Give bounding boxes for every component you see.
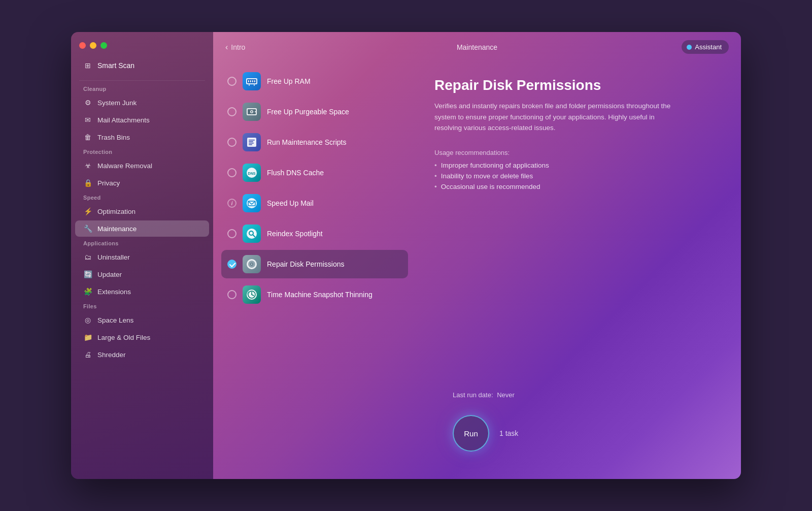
task-item-free-up-ram[interactable]: Free Up RAM [221, 67, 408, 95]
task-radio-repair-disk[interactable] [227, 260, 236, 269]
usage-item-2: Inability to move or delete files [434, 172, 723, 180]
malware-removal-label: Malware Removal [97, 162, 152, 170]
section-label-files: Files [71, 300, 213, 311]
svg-rect-2 [248, 80, 249, 82]
run-button[interactable]: Run [453, 415, 489, 452]
task-radio-speed-up-mail[interactable] [227, 199, 236, 208]
task-count: 1 task [499, 429, 518, 437]
task-item-repair-disk[interactable]: Repair Disk Permissions [221, 250, 408, 278]
sidebar-item-optimization[interactable]: ⚡ Optimization [75, 203, 209, 219]
task-icon-free-up-purgeable [243, 103, 261, 121]
sidebar-item-space-lens[interactable]: ◎ Space Lens [75, 312, 209, 328]
sidebar-item-shredder[interactable]: 🖨 Shredder [75, 346, 209, 363]
back-navigation[interactable]: ‹ Intro [225, 43, 245, 52]
svg-point-11 [251, 111, 253, 113]
task-icon-free-up-ram [243, 72, 261, 90]
optimization-label: Optimization [97, 208, 136, 215]
detail-panel: Repair Disk Permissions Verifies and ins… [416, 62, 741, 479]
detail-description: Verifies and instantly repairs broken fi… [434, 101, 678, 134]
task-item-time-machine[interactable]: Time Machine Snapshot Thinning [221, 280, 408, 309]
usage-label: Usage recommendations: [434, 149, 723, 156]
sidebar-item-trash-bins[interactable]: 🗑 Trash Bins [75, 129, 209, 145]
uninstaller-label: Uninstaller [97, 253, 130, 261]
back-chevron-icon: ‹ [225, 43, 228, 52]
task-name-free-up-purgeable: Free Up Purgeable Space [267, 108, 349, 116]
updater-label: Updater [97, 271, 122, 278]
task-radio-flush-dns[interactable] [227, 168, 236, 177]
usage-item-3: Occasional use is recommended [434, 183, 723, 190]
sidebar: ⊞ Smart Scan Cleanup ⚙ System Junk ✉ Mai… [71, 32, 213, 479]
task-item-reindex-spotlight[interactable]: Reindex Spotlight [221, 219, 408, 248]
task-radio-free-up-purgeable[interactable] [227, 107, 236, 116]
sidebar-item-mail-attachments[interactable]: ✉ Mail Attachments [75, 112, 209, 128]
malware-removal-icon: ☣ [83, 161, 92, 170]
sidebar-item-maintenance[interactable]: 🔧 Maintenance [75, 220, 209, 237]
uninstaller-icon: 🗂 [83, 252, 92, 262]
privacy-icon: 🔒 [83, 178, 92, 187]
assistant-button[interactable]: Assistant [682, 40, 729, 54]
page-title: Maintenance [457, 43, 497, 51]
task-item-maintenance-scripts[interactable]: Run Maintenance Scripts [221, 128, 408, 156]
task-radio-maintenance-scripts[interactable] [227, 138, 236, 147]
svg-rect-3 [250, 80, 251, 82]
smart-scan-label: Smart Scan [97, 61, 134, 70]
mail-attachments-label: Mail Attachments [97, 116, 150, 124]
svg-rect-14 [249, 140, 255, 141]
content-area: Free Up RAM Free Up Purgeabl [213, 62, 741, 479]
sidebar-item-updater[interactable]: 🔄 Updater [75, 266, 209, 282]
assistant-label: Assistant [695, 43, 722, 51]
section-label-applications: Applications [71, 237, 213, 248]
mail-attachments-icon: ✉ [83, 115, 92, 124]
sidebar-item-system-junk[interactable]: ⚙ System Junk [75, 94, 209, 111]
section-label-speed: Speed [71, 191, 213, 203]
maintenance-label: Maintenance [97, 225, 137, 233]
task-icon-speed-up-mail [243, 194, 261, 212]
task-radio-reindex-spotlight[interactable] [227, 229, 236, 238]
task-item-flush-dns[interactable]: DNS Flush DNS Cache [221, 158, 408, 187]
optimization-icon: ⚡ [83, 207, 92, 216]
usage-list: Improper functioning of applications Ina… [434, 162, 723, 190]
svg-text:DNS: DNS [248, 172, 256, 175]
svg-rect-13 [247, 138, 256, 147]
privacy-label: Privacy [97, 179, 120, 187]
last-run-info: Last run date: Never [434, 391, 723, 399]
traffic-lights [71, 42, 213, 57]
assistant-dot-icon [687, 45, 692, 50]
task-name-time-machine: Time Machine Snapshot Thinning [267, 291, 373, 299]
back-label: Intro [231, 43, 245, 51]
last-run-value: Never [497, 391, 515, 399]
detail-title: Repair Disk Permissions [434, 77, 723, 93]
top-bar: ‹ Intro Maintenance Assistant [213, 32, 741, 62]
sidebar-item-malware-removal[interactable]: ☣ Malware Removal [75, 157, 209, 174]
minimize-button[interactable] [90, 42, 96, 49]
svg-rect-17 [249, 144, 252, 145]
svg-rect-6 [249, 84, 250, 86]
maintenance-icon: 🔧 [83, 224, 92, 233]
task-radio-free-up-ram[interactable] [227, 77, 236, 86]
svg-rect-7 [254, 84, 255, 86]
task-name-free-up-ram: Free Up RAM [267, 77, 311, 85]
svg-rect-4 [252, 80, 253, 82]
maximize-button[interactable] [100, 42, 107, 49]
task-name-reindex-spotlight: Reindex Spotlight [267, 230, 323, 238]
system-junk-label: System Junk [97, 99, 137, 107]
shredder-label: Shredder [97, 351, 126, 359]
close-button[interactable] [79, 42, 86, 49]
task-radio-time-machine[interactable] [227, 290, 236, 299]
sidebar-item-smart-scan[interactable]: ⊞ Smart Scan [75, 57, 209, 74]
task-icon-maintenance-scripts [243, 133, 261, 151]
task-item-speed-up-mail[interactable]: Speed Up Mail [221, 189, 408, 217]
sidebar-item-privacy[interactable]: 🔒 Privacy [75, 175, 209, 191]
large-old-files-label: Large & Old Files [97, 334, 150, 341]
main-content: ‹ Intro Maintenance Assistant [213, 32, 741, 479]
app-window: ⊞ Smart Scan Cleanup ⚙ System Junk ✉ Mai… [71, 32, 741, 479]
extensions-label: Extensions [97, 288, 131, 296]
sidebar-item-extensions[interactable]: 🧩 Extensions [75, 283, 209, 300]
trash-bins-icon: 🗑 [83, 133, 92, 142]
svg-point-22 [247, 229, 257, 239]
sidebar-item-uninstaller[interactable]: 🗂 Uninstaller [75, 249, 209, 265]
task-item-free-up-purgeable[interactable]: Free Up Purgeable Space [221, 98, 408, 126]
svg-rect-16 [249, 143, 254, 144]
sidebar-item-large-old-files[interactable]: 📁 Large & Old Files [75, 329, 209, 345]
svg-point-28 [251, 264, 252, 265]
